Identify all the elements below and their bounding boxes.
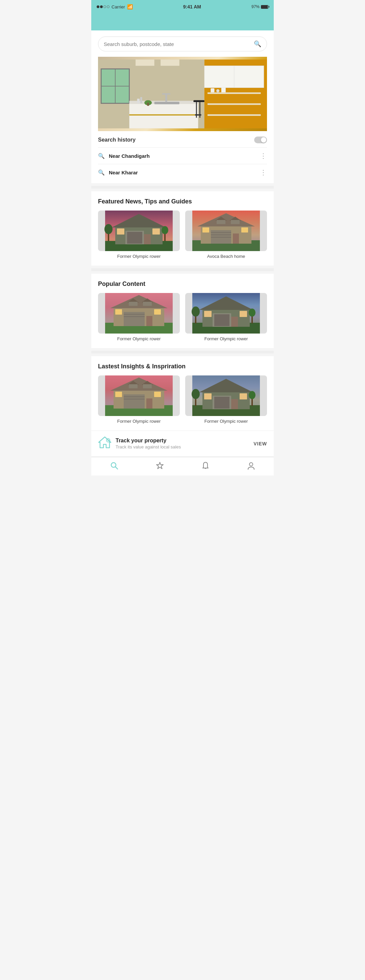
svg-point-112: [107, 440, 109, 441]
history-text-1: Near Chandigarh: [109, 153, 150, 159]
divider-2: [91, 268, 274, 271]
featured-card-label-1: Former Olympic rower: [98, 254, 180, 260]
featured-card-image-2: [185, 210, 267, 251]
house-svg-5: [98, 375, 180, 416]
svg-line-114: [115, 467, 118, 469]
svg-rect-64: [146, 316, 152, 326]
svg-rect-97: [143, 384, 152, 388]
insights-card-image-2: [185, 375, 267, 416]
signal-indicator: [97, 5, 110, 8]
svg-rect-23: [193, 100, 204, 102]
svg-rect-76: [214, 314, 230, 326]
svg-rect-19: [207, 114, 261, 116]
insights-card-2[interactable]: Former Olympic rower: [185, 375, 267, 425]
svg-rect-14: [147, 103, 149, 106]
svg-point-81: [191, 307, 200, 317]
nav-search-icon: [110, 461, 119, 470]
svg-marker-115: [156, 462, 163, 469]
house-svg-1: [98, 210, 180, 251]
svg-point-108: [191, 389, 200, 399]
house-pin-icon: [98, 436, 112, 449]
svg-point-116: [249, 463, 253, 466]
signal-dot-4: [107, 5, 110, 8]
svg-rect-95: [129, 384, 137, 388]
featured-card-2[interactable]: Avoca Beach home: [185, 210, 267, 260]
insights-card-label-2: Former Olympic rower: [185, 419, 267, 425]
house-svg-4: [185, 293, 267, 334]
svg-rect-65: [115, 309, 122, 315]
popular-card-label-2: Former Olympic rower: [185, 336, 267, 343]
battery-fill: [261, 5, 268, 8]
nav-notifications[interactable]: [201, 461, 210, 470]
popular-card-1[interactable]: Former Olympic rower: [98, 293, 180, 343]
kitchen-svg: [98, 57, 267, 131]
svg-rect-56: [231, 220, 240, 224]
insights-card-1[interactable]: Former Olympic rower: [98, 375, 180, 425]
history-item-left-1: 🔍 Near Chandigarh: [98, 153, 150, 159]
svg-rect-77: [231, 317, 238, 327]
svg-rect-9: [129, 114, 198, 116]
search-history-section: Search history 🔍 Near Chandigarh ⋮ 🔍 Nea…: [91, 131, 274, 183]
svg-rect-37: [152, 228, 160, 234]
time-display: 9:41 AM: [183, 4, 201, 10]
svg-rect-104: [231, 399, 238, 409]
featured-cards-grid: Former Olympic rower: [98, 210, 267, 260]
toggle-knob: [261, 137, 266, 143]
svg-rect-17: [207, 92, 261, 94]
svg-point-110: [249, 391, 255, 399]
nav-favorites[interactable]: [155, 461, 164, 470]
history-more-icon-2[interactable]: ⋮: [260, 168, 267, 177]
svg-rect-20: [210, 88, 214, 92]
house-svg-3: [98, 293, 180, 334]
popular-card-image-1: [98, 293, 180, 334]
insights-section: Lastest Insights & Inspriration: [91, 356, 274, 431]
house-svg-6: [185, 375, 267, 416]
svg-point-83: [249, 309, 255, 317]
carrier-label: Carrier: [112, 5, 125, 10]
svg-rect-12: [162, 93, 171, 95]
insights-card-label-1: Former Olympic rower: [98, 419, 180, 425]
svg-rect-54: [217, 220, 225, 224]
nav-search[interactable]: [110, 461, 119, 470]
svg-rect-91: [146, 398, 152, 409]
hero-image: [98, 57, 267, 131]
svg-rect-18: [207, 103, 261, 105]
history-toggle[interactable]: [254, 137, 267, 143]
svg-rect-11: [165, 93, 167, 102]
nav-star-icon: [155, 461, 164, 470]
history-item-2[interactable]: 🔍 Near Kharar ⋮: [98, 164, 267, 180]
svg-rect-26: [195, 114, 201, 116]
search-icon: 🔍: [254, 40, 261, 48]
popular-cards-grid: Former Olympic rower: [98, 293, 267, 343]
track-property-banner[interactable]: Track your property Track its value agai…: [91, 431, 274, 456]
featured-card-image-1: [98, 210, 180, 251]
history-search-icon-1: 🔍: [98, 153, 105, 159]
track-banner-left: Track your property Track its value agai…: [98, 436, 181, 451]
popular-card-2[interactable]: Former Olympic rower: [185, 293, 267, 343]
svg-point-39: [104, 224, 113, 234]
track-property-icon: [98, 436, 112, 451]
house-svg-2: [185, 210, 267, 251]
svg-rect-22: [222, 88, 226, 92]
svg-rect-93: [154, 392, 161, 397]
divider-1: [91, 186, 274, 189]
history-item-left-2: 🔍 Near Kharar: [98, 169, 138, 176]
nav-profile[interactable]: [247, 461, 255, 470]
svg-rect-7: [129, 103, 198, 129]
svg-rect-6: [161, 59, 180, 66]
svg-point-41: [161, 226, 168, 234]
svg-rect-27: [137, 99, 140, 103]
search-box[interactable]: 🔍: [98, 37, 267, 51]
svg-rect-70: [143, 302, 152, 306]
history-item-1[interactable]: 🔍 Near Chandigarh ⋮: [98, 147, 267, 164]
history-more-icon-1[interactable]: ⋮: [260, 152, 267, 160]
svg-rect-46: [211, 230, 231, 243]
wifi-icon: 📶: [127, 4, 133, 10]
featured-card-1[interactable]: Former Olympic rower: [98, 210, 180, 260]
popular-card-label-1: Former Olympic rower: [98, 336, 180, 343]
svg-rect-28: [140, 97, 142, 103]
track-view-button[interactable]: VIEW: [253, 441, 267, 446]
search-input[interactable]: [104, 41, 254, 47]
svg-rect-51: [202, 228, 209, 232]
insights-card-image-1: [98, 375, 180, 416]
